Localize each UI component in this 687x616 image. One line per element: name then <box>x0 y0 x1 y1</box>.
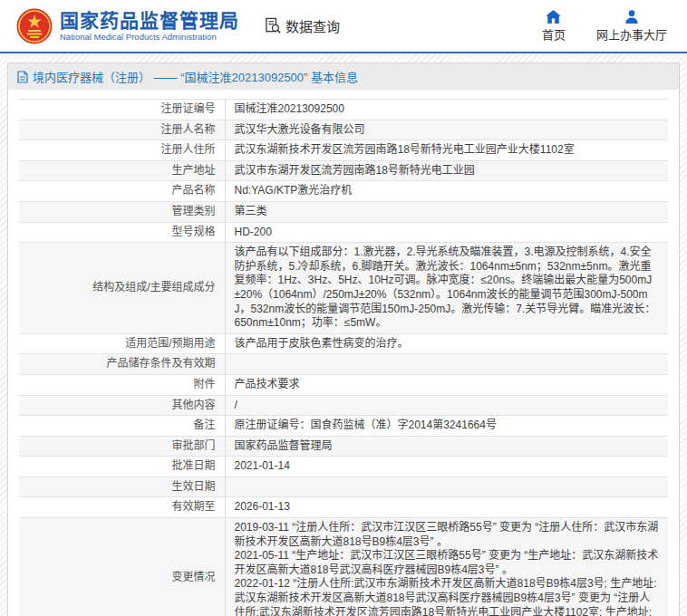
row-label: 注册证编号 <box>19 100 225 120</box>
content-box: 境内医疗器械（注册） —— “国械注准20213092500” 基本信息 注册证… <box>7 63 680 616</box>
row-value <box>225 354 668 375</box>
top-nav: 首页 网上办事大厅 <box>542 10 674 43</box>
row-value: Nd:YAG/KTP激光治疗机 <box>225 181 668 202</box>
row-value: 2026-01-13 <box>225 497 668 518</box>
row-label: 批准日期 <box>19 457 225 477</box>
row-label: 产品名称 <box>19 181 225 202</box>
row-label: 变更情况 <box>19 518 225 616</box>
table-row: 结构及组成/主要组成成分 该产品有以下组成部分：1.激光器，2.导光系统及瞄准装… <box>19 243 668 334</box>
row-label: 其他内容 <box>19 395 225 416</box>
table-row: 批准日期 2021-01-14 <box>19 457 668 477</box>
row-value: 武汉华大激光设备有限公司 <box>225 120 668 140</box>
table-row-changes: 变更情况 2019-03-11 “注册人住所：武汉市江汉区三眼桥路55号” 变更… <box>19 518 668 616</box>
table-row: 生效日期 <box>19 476 668 497</box>
row-value: 该产品用于皮肤色素性病变的治疗。 <box>225 333 668 354</box>
row-value: 该产品有以下组成部分：1.激光器，2.导光系统及瞄准装置，3.电源及控制系统，4… <box>225 243 668 334</box>
table-row: 注册人名称 武汉华大激光设备有限公司 <box>19 120 668 140</box>
table-row: 管理类别 第三类 <box>19 201 668 222</box>
nmpa-logo[interactable]: 国家药品监督管理局 National Medical Products Admi… <box>16 8 239 44</box>
row-label: 有效期至 <box>19 497 225 518</box>
table-row: 审批部门 国家药品监督管理局 <box>19 436 668 457</box>
row-value: / <box>225 395 668 416</box>
row-label: 结构及组成/主要组成成分 <box>19 243 225 334</box>
change-entry: 2021-05-11 “生产地址：武汉市江汉区三眼桥路55号” 变更为 “生产地… <box>235 549 660 577</box>
row-label: 附件 <box>19 374 225 395</box>
data-query-tab[interactable]: 数据查询 <box>265 16 340 35</box>
table-row: 备注 原注册证编号：国食药监械（准）字2014第3241664号 <box>19 416 668 437</box>
row-label: 生效日期 <box>19 476 225 497</box>
row-label: 注册人住所 <box>19 140 225 161</box>
table-row: 产品储存条件及有效期 <box>19 354 668 375</box>
registration-info-table-wrap: 注册证编号 国械注准20213092500 注册人名称 武汉华大激光设备有限公司… <box>8 90 679 616</box>
document-icon <box>17 71 28 83</box>
row-label: 审批部门 <box>19 436 225 457</box>
row-label: 生产地址 <box>19 160 225 181</box>
page-title: 境内医疗器械（注册） —— “国械注准20213092500” 基本信息 <box>33 68 358 85</box>
nav-hall-label: 网上办事大厅 <box>596 25 667 43</box>
org-title-cn: 国家药品监督管理局 <box>60 10 239 31</box>
row-value: 武汉市东湖开发区流芳园南路18号新特光电工业园 <box>225 160 668 181</box>
row-value: 国械注准20213092500 <box>225 100 668 120</box>
row-value: 产品技术要求 <box>225 374 668 395</box>
row-value-changes: 2019-03-11 “注册人住所：武汉市江汉区三眼桥路55号” 变更为 “注册… <box>225 518 668 616</box>
table-row: 产品名称 Nd:YAG/KTP激光治疗机 <box>19 181 668 202</box>
table-row: 注册人住所 武汉东湖新技术开发区流芳园南路18号新特光电工业园产业大楼1102室 <box>19 140 668 161</box>
change-entry: 2022-01-12 “注册人住所:武汉市东湖新技术开发区高新大道818号B9栋… <box>235 577 660 616</box>
row-label: 产品储存条件及有效期 <box>19 354 225 375</box>
row-label: 注册人名称 <box>19 120 225 140</box>
data-query-label: 数据查询 <box>285 16 340 35</box>
row-label: 备注 <box>19 416 225 437</box>
row-value: 2021-01-14 <box>225 457 668 477</box>
table-row: 附件 产品技术要求 <box>19 374 668 395</box>
table-row: 型号规格 HD-200 <box>19 222 668 243</box>
registration-info-table: 注册证编号 国械注准20213092500 注册人名称 武汉华大激光设备有限公司… <box>19 99 668 616</box>
nav-home[interactable]: 首页 <box>542 10 566 43</box>
top-header: 国家药品监督管理局 National Medical Products Admi… <box>0 0 687 52</box>
table-row: 生产地址 武汉市东湖开发区流芳园南路18号新特光电工业园 <box>19 160 668 181</box>
row-value: HD-200 <box>225 222 668 243</box>
nav-service-hall[interactable]: 网上办事大厅 <box>596 10 667 43</box>
table-row: 适用范围/预期用途 该产品用于皮肤色素性病变的治疗。 <box>19 333 668 354</box>
row-value: 国家药品监督管理局 <box>225 436 668 457</box>
org-title-en: National Medical Products Administration <box>60 33 239 42</box>
user-icon <box>624 10 639 24</box>
page-background: 境内医疗器械（注册） —— “国械注准20213092500” 基本信息 注册证… <box>0 53 687 616</box>
row-value: 原注册证编号：国食药监械（准）字2014第3241664号 <box>225 416 668 437</box>
row-label: 适用范围/预期用途 <box>19 333 225 354</box>
table-row: 注册证编号 国械注准20213092500 <box>19 100 668 120</box>
national-emblem-icon <box>16 8 53 44</box>
change-entry: 2019-03-11 “注册人住所：武汉市江汉区三眼桥路55号” 变更为 “注册… <box>235 521 660 549</box>
breadcrumb: 境内医疗器械（注册） —— “国械注准20213092500” 基本信息 <box>8 63 679 90</box>
home-icon <box>546 10 561 24</box>
table-row: 其他内容 / <box>19 395 668 416</box>
row-value: 武汉东湖新技术开发区流芳园南路18号新特光电工业园产业大楼1102室 <box>225 140 668 161</box>
row-value: 第三类 <box>225 201 668 222</box>
document-search-icon <box>265 17 282 34</box>
row-value <box>225 476 668 497</box>
row-label: 管理类别 <box>19 201 225 222</box>
table-row: 有效期至 2026-01-13 <box>19 497 668 518</box>
nav-home-label: 首页 <box>542 25 566 43</box>
row-label: 型号规格 <box>19 222 225 243</box>
